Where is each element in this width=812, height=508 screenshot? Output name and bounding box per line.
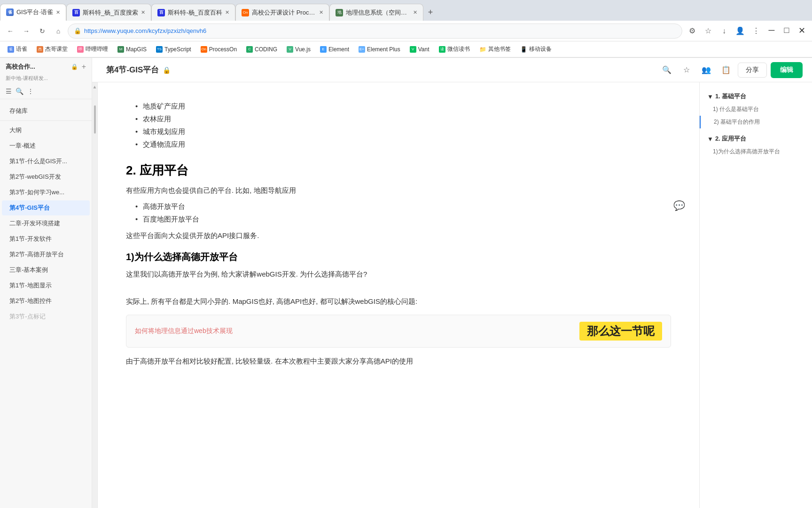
sidebar-item-chapter3[interactable]: 三章-基本案例 [2, 262, 90, 278]
outline-item-2[interactable]: ▼ 2. 应用平台 [700, 132, 812, 145]
section3-heading: 1)为什么选择高德开放平台 [126, 251, 671, 263]
bookmark-coding[interactable]: C CODING [242, 45, 281, 54]
sidebar-item-case3[interactable]: 第3节-点标记 [2, 309, 90, 324]
bullet-item-2: 农林应用 [135, 113, 671, 126]
sidebar-item-cunkuxiang[interactable]: 存储库 [2, 103, 90, 119]
bookmark-yuque[interactable]: 雀 语雀 [4, 44, 31, 55]
profile-icon[interactable]: 👤 [733, 24, 747, 38]
bookmark-bilibili[interactable]: 哔 哔哩哔哩 [73, 44, 112, 55]
bookmark-icon[interactable]: ☆ [701, 24, 715, 38]
toc-button[interactable]: 📋 [718, 62, 734, 78]
sidebar-item-jie1[interactable]: 第1节-什么是GIS开... [2, 154, 90, 169]
maximize-button[interactable]: □ [780, 24, 793, 37]
section2-heading: 2. 应用平台 [126, 162, 671, 179]
share-button[interactable]: 分享 [738, 63, 767, 78]
tab-close-4[interactable]: ✕ [319, 9, 323, 16]
bookmark-element[interactable]: E Element [316, 45, 353, 54]
bookmark-mobile[interactable]: 📱 移动设备 [516, 44, 555, 55]
tab-favicon-baidu2: 百 [157, 9, 165, 16]
bookmark-typescript[interactable]: TS TypeScript [152, 45, 195, 54]
tab-gis[interactable]: 雀 GIS平台·语雀 ✕ [0, 4, 66, 21]
tab-close-2[interactable]: ✕ [141, 9, 145, 16]
sidebar-item-dagang[interactable]: 大纲 [2, 123, 90, 138]
bookmark-favicon-coding: C [246, 46, 253, 53]
tab-label-baidu2: 斯科特-杨_百度百科 [168, 8, 222, 17]
sidebar-item-dev2[interactable]: 第2节-高德开放平台 [2, 247, 90, 262]
url-bar[interactable]: 🔒 https://www.yuque.com/kcyfzx/pzxizh/qe… [68, 24, 682, 39]
tab-label-processon: 高校公开课设计 ProcessOn... [252, 8, 316, 17]
bookmark-favicon-weixin: 读 [439, 46, 445, 53]
outline-panel: ▼ 1. 基础平台 1) 什么是基础平台 2) 基础平台的作用 ▼ 2. 应用平… [699, 82, 812, 508]
scroll-up-arrow[interactable]: ▲ [93, 82, 97, 91]
sidebar-divider2 [0, 120, 92, 121]
sidebar-item-case1[interactable]: 第1节-地图显示 [2, 278, 90, 293]
list-icon[interactable]: ☰ [6, 87, 12, 95]
tab-baidu1[interactable]: 百 斯科特_杨_百度搜索 ✕ [66, 4, 151, 21]
sidebar-item-chapter1[interactable]: 一章-概述 [2, 138, 90, 153]
tab-baidu2[interactable]: 百 斯科特-杨_百度百科 ✕ [151, 4, 235, 21]
nav-icons: ⚙ ☆ ↓ 👤 ⋮ ─ □ ✕ [685, 24, 808, 38]
bookmark-weixin-read[interactable]: 读 微信读书 [435, 44, 474, 55]
search-button[interactable]: 🔍 [659, 62, 675, 78]
bullet-item-3: 城市规划应用 [135, 126, 671, 138]
tab-favicon-processon: On [242, 9, 249, 16]
url-text: https://www.yuque.com/kcyfzx/pzxizh/qenv… [84, 27, 676, 34]
search-icon-sidebar[interactable]: 🔍 [16, 87, 23, 95]
members-button[interactable]: 👥 [698, 62, 714, 78]
reload-button[interactable]: ↻ [36, 24, 49, 38]
sidebar-item-chapter2[interactable]: 二章-开发环境搭建 [2, 216, 90, 231]
platform-item-2: 百度地图开放平台 [135, 213, 671, 226]
bookmark-favicon-mapgis: M [117, 46, 124, 53]
tab-label-baidu1: 斯科特_杨_百度搜索 [83, 8, 138, 17]
bookmark-elementplus[interactable]: E+ Element Plus [355, 45, 404, 54]
add-icon[interactable]: + [82, 63, 86, 71]
new-tab-button[interactable]: + [423, 4, 437, 21]
sidebar-item-jie4[interactable]: 第4节-GIS平台 [2, 200, 90, 215]
sidebar-item-jie3[interactable]: 第3节-如何学习we... [2, 185, 90, 200]
outline-item-1[interactable]: ▼ 1. 基础平台 [700, 90, 812, 103]
bookmark-processon[interactable]: On ProcessOn [197, 45, 241, 54]
star-button[interactable]: ☆ [679, 62, 695, 78]
sidebar-item-dev1[interactable]: 第1节-开发软件 [2, 231, 90, 246]
bullet-item-1: 地质矿产应用 [135, 100, 671, 113]
bookmark-jiegeketing[interactable]: 杰 杰哥课堂 [33, 44, 71, 55]
outline-item-1-1[interactable]: 1) 什么是基础平台 [700, 103, 812, 116]
tab-close-3[interactable]: ✕ [225, 9, 229, 16]
home-button[interactable]: ⌂ [52, 24, 65, 38]
bookmark-vant[interactable]: V Vant [406, 45, 433, 54]
bookmark-vuejs[interactable]: V Vue.js [283, 45, 314, 54]
download-icon[interactable]: ↓ [717, 24, 731, 38]
extensions-icon[interactable]: ⚙ [685, 24, 699, 38]
tab-favicon-gis2: 地 [336, 9, 343, 16]
content-topbar: 第4节-GIS平台 🔒 🔍 ☆ 👥 📋 分享 编辑 [92, 58, 812, 82]
bookmark-other[interactable]: 📁 其他书签 [476, 44, 515, 55]
back-button[interactable]: ← [4, 24, 17, 38]
sidebar-item-jie2[interactable]: 第2节-webGIS开发 [2, 169, 90, 184]
more-icon[interactable]: ⋮ [749, 24, 763, 38]
scroll-indicator[interactable]: ▲ [92, 82, 98, 508]
close-window-button[interactable]: ✕ [795, 24, 808, 37]
tab-close-1[interactable]: ✕ [56, 9, 60, 16]
tab-gis2[interactable]: 地 地理信息系统（空间信息系统... ✕ [329, 4, 423, 21]
sidebar-divider [0, 99, 92, 99]
bookmark-mapgis[interactable]: M MapGIS [114, 45, 150, 54]
sidebar-item-case2[interactable]: 第2节-地图控件 [2, 294, 90, 309]
bookmark-favicon-elementplus: E+ [359, 46, 365, 53]
top-bullet-list: 地质矿产应用 农林应用 城市规划应用 交通物流应用 [135, 100, 671, 151]
sidebar-header-icons: + [82, 63, 86, 71]
comment-icon[interactable]: 💬 [673, 200, 685, 211]
bookmark-favicon-vue: V [287, 46, 293, 53]
tab-close-5[interactable]: ✕ [413, 9, 417, 16]
doc-content: 地质矿产应用 农林应用 城市规划应用 交通物流应用 2. 应用平台 有些应用方向… [98, 82, 699, 508]
app-container: 高校合作... 🔒 + 新中地-课程研发... ☰ 🔍 ⋮ 存储库 大纲 一章-… [0, 58, 812, 508]
edit-button[interactable]: 编辑 [771, 62, 803, 78]
outline-item-2-1[interactable]: 1)为什么选择高德开放平台 [700, 145, 812, 158]
outline-item-1-2[interactable]: 2) 基础平台的作用 [700, 116, 812, 128]
more-icon-sidebar[interactable]: ⋮ [27, 87, 34, 95]
minimize-button[interactable]: ─ [765, 24, 778, 37]
tab-label-gis: GIS平台·语雀 [16, 8, 53, 16]
tab-processon[interactable]: On 高校公开课设计 ProcessOn... ✕ [235, 4, 329, 21]
forward-button[interactable]: → [20, 24, 33, 38]
section3-wrapper: 1)为什么选择高德开放平台 这里我们以高德开放平台为例, 给大家讲解webGIS… [126, 251, 671, 367]
scroll-thumb[interactable] [94, 105, 96, 134]
